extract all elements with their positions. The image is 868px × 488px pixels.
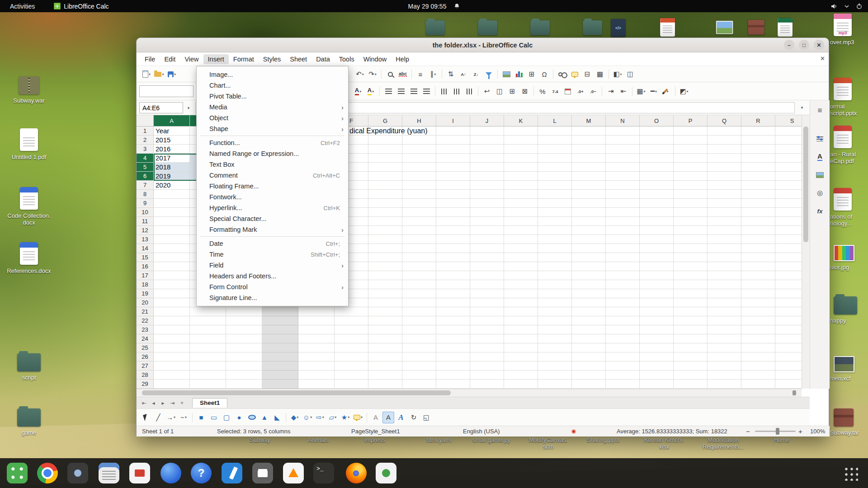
font-name-input[interactable] — [139, 85, 193, 97]
column-header-a[interactable]: A — [154, 115, 190, 127]
cell-r4[interactable] — [741, 154, 775, 163]
callouts-tool[interactable]: ▾ — [352, 412, 364, 423]
cell-h23[interactable] — [402, 325, 436, 334]
cell-o11[interactable] — [640, 217, 674, 226]
cell-s24[interactable] — [775, 334, 802, 343]
cell-n19[interactable] — [606, 289, 640, 298]
menu-item-pivot-table[interactable]: Pivot Table... — [197, 91, 348, 102]
cell-k7[interactable] — [504, 181, 538, 190]
cell-l2[interactable] — [538, 136, 572, 145]
cell-q27[interactable] — [708, 361, 741, 371]
desktop-label-subway[interactable]: Subway — [228, 436, 292, 443]
cell-s7[interactable] — [775, 181, 802, 190]
vertical-scrollbar[interactable] — [802, 115, 810, 389]
column-header-h[interactable]: H — [402, 115, 436, 127]
cell-i28[interactable] — [436, 371, 470, 380]
cell-i18[interactable] — [436, 280, 470, 289]
cell-k3[interactable] — [504, 145, 538, 154]
cell-a11[interactable] — [154, 217, 190, 226]
sidebar-settings-button[interactable]: ≡ — [814, 105, 826, 117]
cell-j10[interactable] — [470, 208, 504, 217]
row-header-4[interactable]: 4 — [137, 154, 154, 163]
cell-o10[interactable] — [640, 208, 674, 217]
cell-o16[interactable] — [640, 262, 674, 271]
dock-ubuntu-software[interactable] — [7, 463, 28, 483]
desktop-icon-top-folder-2[interactable] — [476, 20, 499, 38]
cell-m5[interactable] — [572, 163, 606, 172]
row-header-11[interactable]: 11 — [137, 217, 154, 226]
cell-r20[interactable] — [741, 298, 775, 307]
column-header-l[interactable]: L — [538, 115, 572, 127]
menu-item-signature-line[interactable]: Signature Line... — [197, 292, 348, 303]
cell-p3[interactable] — [674, 145, 708, 154]
cell-i10[interactable] — [436, 208, 470, 217]
cell-g15[interactable] — [368, 253, 402, 262]
row-header-20[interactable]: 20 — [137, 298, 154, 307]
cell-s8[interactable] — [775, 190, 802, 199]
cell-e21[interactable] — [298, 307, 335, 316]
cell-a15[interactable] — [154, 253, 190, 262]
align-center-button[interactable] — [395, 85, 407, 97]
navigator-panel-button[interactable]: ◎ — [814, 187, 826, 199]
cell-m16[interactable] — [572, 262, 606, 271]
triangle-tool[interactable]: ▲ — [259, 412, 270, 423]
cell-m11[interactable] — [572, 217, 606, 226]
last-sheet-button[interactable]: ⇥ — [168, 400, 177, 406]
cell-s6[interactable] — [775, 172, 802, 181]
cell-l28[interactable] — [538, 371, 572, 380]
insert-hyperlink-button[interactable] — [556, 68, 568, 80]
desktop-icon-script-pptx[interactable]: ormalscript.pptx — [830, 78, 868, 117]
cell-r3[interactable] — [741, 145, 775, 154]
cell-p29[interactable] — [674, 380, 708, 389]
cell-j3[interactable] — [470, 145, 504, 154]
cell-j29[interactable] — [470, 380, 504, 389]
cell-g7[interactable] — [368, 181, 402, 190]
cell-i19[interactable] — [436, 289, 470, 298]
cell-k29[interactable] — [504, 380, 538, 389]
dock-files[interactable] — [252, 463, 273, 483]
cell-h3[interactable] — [402, 145, 436, 154]
cell-i24[interactable] — [436, 334, 470, 343]
desktop-icon-subway-tar[interactable]: Subway.tar — [830, 408, 868, 436]
cell-a13[interactable] — [154, 235, 190, 244]
cell-a16[interactable] — [154, 262, 190, 271]
row-header-29[interactable]: 29 — [137, 380, 154, 389]
menu-item-form-control[interactable]: Form Control› — [197, 282, 348, 292]
cell-p27[interactable] — [674, 361, 708, 371]
cell-a10[interactable] — [154, 208, 190, 217]
cell-p18[interactable] — [674, 280, 708, 289]
dock-cheese[interactable] — [67, 463, 88, 483]
cell-q5[interactable] — [708, 163, 741, 172]
cell-a24[interactable] — [154, 334, 190, 343]
row-header-18[interactable]: 18 — [137, 280, 154, 289]
cell-m27[interactable] — [572, 361, 606, 371]
menu-item-chart[interactable]: Chart... — [197, 80, 348, 91]
cell-e25[interactable] — [298, 343, 335, 352]
cell-l7[interactable] — [538, 181, 572, 190]
cell-r15[interactable] — [741, 253, 775, 262]
desktop-icon-happy-folder[interactable]: happy — [830, 296, 868, 324]
cell-j2[interactable] — [470, 136, 504, 145]
cell-s17[interactable] — [775, 271, 802, 280]
cell-k27[interactable] — [504, 361, 538, 371]
cell-i23[interactable] — [436, 325, 470, 334]
cell-n23[interactable] — [606, 325, 640, 334]
menubar-item-edit[interactable]: Edit — [160, 54, 180, 64]
cell-q20[interactable] — [708, 298, 741, 307]
row-header-7[interactable]: 7 — [137, 181, 154, 190]
cell-m17[interactable] — [572, 271, 606, 280]
cell-l20[interactable] — [538, 298, 572, 307]
cell-s2[interactable] — [775, 136, 802, 145]
find-replace-button[interactable] — [384, 68, 396, 80]
cell-o22[interactable] — [640, 316, 674, 325]
cell-h17[interactable] — [402, 271, 436, 280]
add-sheet-button[interactable]: + — [177, 400, 187, 406]
menu-item-field[interactable]: Field› — [197, 260, 348, 271]
properties-panel-button[interactable] — [814, 133, 826, 145]
cell-a7[interactable]: 2020 — [154, 181, 190, 190]
cell-g9[interactable] — [368, 199, 402, 208]
cell-o21[interactable] — [640, 307, 674, 316]
column-header-m[interactable]: M — [572, 115, 606, 127]
row-header-5[interactable]: 5 — [137, 163, 154, 172]
cell-i14[interactable] — [436, 244, 470, 253]
